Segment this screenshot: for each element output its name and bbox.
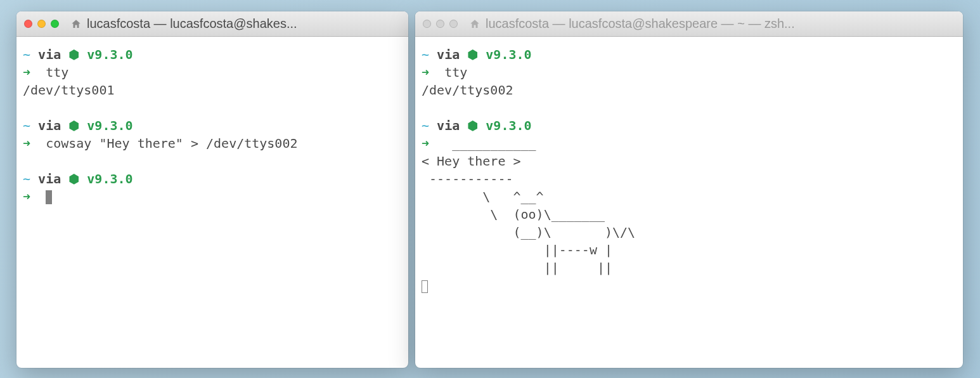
terminal-line bbox=[422, 277, 957, 294]
terminal-line: ~ via ⬢ v9.3.0 bbox=[422, 46, 957, 63]
traffic-lights bbox=[423, 20, 458, 28]
terminal-line: ~ via ⬢ v9.3.0 bbox=[23, 46, 402, 63]
command-text: tty bbox=[444, 65, 467, 80]
terminal-line: /dev/ttys001 bbox=[23, 81, 402, 99]
prompt-version: v9.3.0 bbox=[87, 118, 132, 133]
prompt-tilde: ~ bbox=[23, 47, 30, 62]
prompt-arrow-icon: ➜ bbox=[422, 136, 429, 151]
terminal-window-right[interactable]: lucasfcosta — lucasfcosta@shakespeare — … bbox=[415, 11, 963, 368]
terminal-line: \ ^__^ bbox=[422, 188, 957, 205]
terminal-line: ~ via ⬢ v9.3.0 bbox=[422, 117, 957, 134]
prompt-version: v9.3.0 bbox=[486, 118, 531, 133]
prompt-version: v9.3.0 bbox=[486, 47, 531, 62]
close-icon[interactable] bbox=[24, 20, 32, 28]
prompt-arrow-icon: ➜ bbox=[23, 65, 30, 80]
node-icon: ⬢ bbox=[467, 118, 478, 133]
terminal-line: ~ via ⬢ v9.3.0 bbox=[23, 117, 402, 134]
close-icon[interactable] bbox=[423, 20, 431, 28]
minimize-icon[interactable] bbox=[436, 20, 444, 28]
output-text: || || bbox=[422, 260, 612, 275]
output-text: \ ^__^ bbox=[422, 189, 544, 204]
output-text: \ (oo)\_______ bbox=[422, 207, 605, 222]
maximize-icon[interactable] bbox=[51, 20, 59, 28]
node-icon: ⬢ bbox=[467, 47, 478, 62]
terminal-line: \ (oo)\_______ bbox=[422, 205, 957, 223]
traffic-lights bbox=[24, 20, 59, 28]
node-icon: ⬢ bbox=[68, 47, 79, 62]
prompt-tilde: ~ bbox=[422, 118, 429, 133]
cursor-icon bbox=[422, 280, 428, 293]
output-text: < Hey there > bbox=[422, 153, 521, 169]
terminal-line: ~ via ⬢ v9.3.0 bbox=[23, 170, 402, 188]
prompt-arrow-icon: ➜ bbox=[23, 136, 30, 151]
output-text: ||----w | bbox=[422, 242, 612, 257]
output-text: (__)\ )\/\ bbox=[422, 225, 635, 240]
output-text: ___________ bbox=[444, 136, 536, 151]
maximize-icon[interactable] bbox=[449, 20, 458, 28]
terminal-line: ----------- bbox=[422, 170, 957, 188]
home-icon bbox=[469, 18, 480, 30]
output-text: ----------- bbox=[422, 171, 513, 186]
output-text: /dev/ttys002 bbox=[422, 82, 513, 98]
prompt-tilde: ~ bbox=[23, 118, 30, 133]
command-text: tty bbox=[46, 65, 68, 80]
terminal-window-left[interactable]: lucasfcosta — lucasfcosta@shakes... ~ vi… bbox=[16, 11, 408, 368]
command-text: cowsay "Hey there" > /dev/ttys002 bbox=[46, 136, 297, 151]
prompt-arrow-icon: ➜ bbox=[422, 65, 429, 80]
window-title: lucasfcosta — lucasfcosta@shakespeare — … bbox=[486, 16, 955, 31]
terminal-line: ||----w | bbox=[422, 241, 957, 259]
prompt-tilde: ~ bbox=[23, 171, 30, 186]
titlebar-left[interactable]: lucasfcosta — lucasfcosta@shakes... bbox=[16, 11, 408, 37]
terminal-line: ➜ tty bbox=[23, 63, 402, 81]
minimize-icon[interactable] bbox=[37, 20, 46, 28]
terminal-content-right[interactable]: ~ via ⬢ v9.3.0➜ tty/dev/ttys002 ~ via ⬢ … bbox=[415, 37, 963, 368]
cursor-icon bbox=[46, 190, 52, 204]
titlebar-right[interactable]: lucasfcosta — lucasfcosta@shakespeare — … bbox=[415, 11, 963, 37]
terminal-content-left[interactable]: ~ via ⬢ v9.3.0➜ tty/dev/ttys001 ~ via ⬢ … bbox=[16, 37, 408, 368]
prompt-tilde: ~ bbox=[422, 47, 429, 62]
terminal-line: ➜ bbox=[23, 188, 402, 205]
output-text: /dev/ttys001 bbox=[23, 82, 115, 98]
terminal-line bbox=[23, 99, 402, 117]
terminal-line: (__)\ )\/\ bbox=[422, 223, 957, 241]
prompt-via: via bbox=[38, 171, 61, 186]
terminal-line: || || bbox=[422, 259, 957, 277]
home-icon bbox=[70, 18, 82, 30]
prompt-via: via bbox=[38, 118, 61, 133]
window-title: lucasfcosta — lucasfcosta@shakes... bbox=[87, 16, 401, 31]
terminal-line bbox=[23, 152, 402, 170]
terminal-line: ➜ tty bbox=[422, 63, 957, 81]
node-icon: ⬢ bbox=[68, 118, 79, 133]
prompt-arrow-icon: ➜ bbox=[23, 189, 30, 204]
terminal-line bbox=[422, 99, 957, 117]
prompt-via: via bbox=[38, 47, 61, 62]
prompt-via: via bbox=[437, 118, 460, 133]
terminal-line: /dev/ttys002 bbox=[422, 81, 957, 99]
prompt-via: via bbox=[437, 47, 460, 62]
terminal-line: < Hey there > bbox=[422, 152, 957, 170]
prompt-version: v9.3.0 bbox=[87, 47, 132, 62]
prompt-version: v9.3.0 bbox=[87, 171, 132, 186]
node-icon: ⬢ bbox=[68, 171, 79, 186]
terminal-line: ➜ ___________ bbox=[422, 134, 957, 152]
terminal-line: ➜ cowsay "Hey there" > /dev/ttys002 bbox=[23, 134, 402, 152]
